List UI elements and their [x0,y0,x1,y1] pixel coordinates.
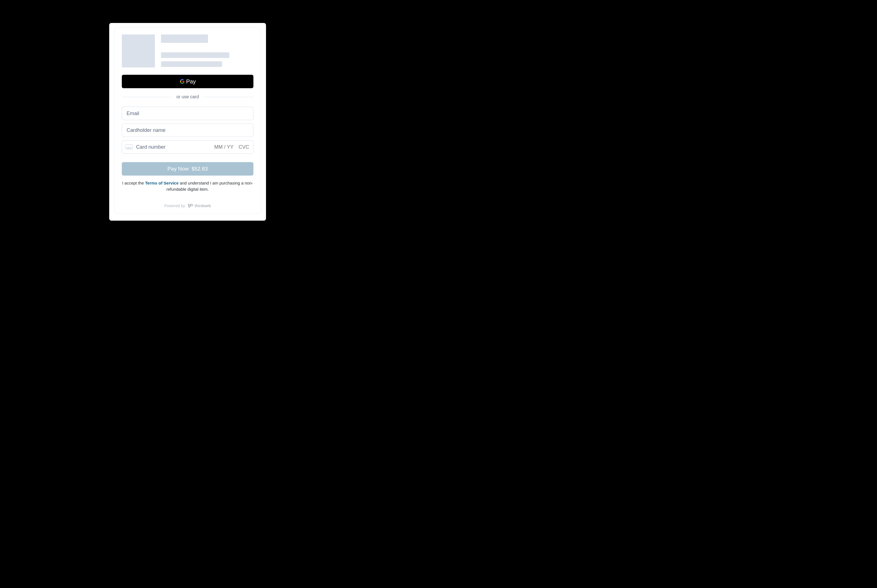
divider-label: or use card [176,94,199,99]
product-line2-skeleton [161,62,222,67]
checkout-inner: Pay or use card Pay Now $52.83 I accep [114,27,261,214]
google-pay-button[interactable]: Pay [122,75,253,88]
disclaimer-prefix: I accept the [122,181,145,185]
thirdweb-brand: thirdweb [188,204,211,208]
thirdweb-brand-text: thirdweb [195,204,211,208]
product-line1-skeleton [161,52,229,58]
card-cvc-field[interactable] [237,144,249,150]
card-number-field[interactable] [136,144,206,150]
powered-by-label: Powered by [164,204,185,208]
pay-now-button[interactable]: Pay Now $52.83 [122,162,253,176]
card-expiry-field[interactable] [210,144,234,150]
footer: Powered by thirdweb [122,204,253,208]
email-field[interactable] [122,106,253,120]
checkout-card: Pay or use card Pay Now $52.83 I accep [109,23,266,220]
divider-rule-right [203,97,253,97]
product-image-skeleton [122,34,155,68]
credit-card-icon [126,144,133,150]
terms-of-service-link[interactable]: Terms of Service [145,181,178,185]
disclaimer-suffix: and understand I am purchasing a non-ref… [166,181,253,192]
thirdweb-logo-icon [188,204,193,208]
card-row [122,140,253,154]
cardholder-name-field[interactable] [122,123,253,137]
product-text-skeleton [161,34,253,68]
divider-rule-left [122,97,172,97]
product-title-skeleton [161,34,208,43]
divider: or use card [122,94,253,99]
google-pay-label: Pay [186,78,196,85]
google-logo-icon [180,79,185,84]
disclaimer-text: I accept the Terms of Service and unders… [122,180,253,192]
pay-now-amount: $52.83 [192,166,208,172]
product-header [122,34,253,68]
pay-now-label: Pay Now [168,166,189,172]
